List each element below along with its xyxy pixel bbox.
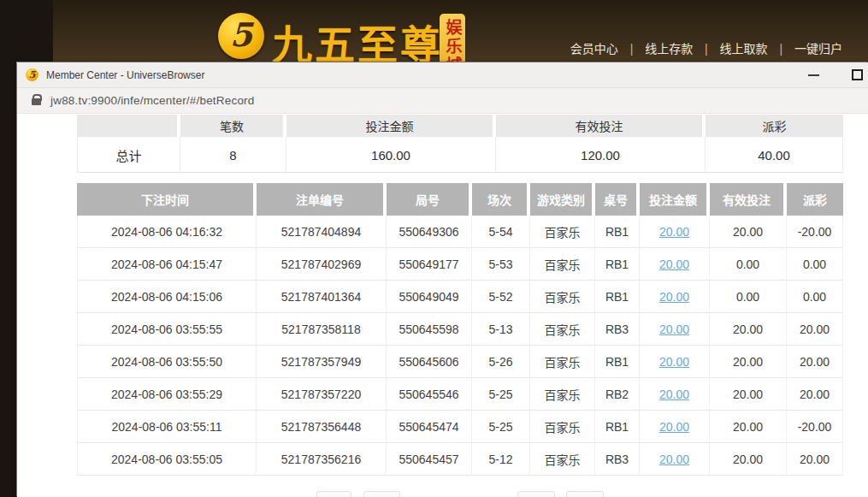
- bet-time: 2024-08-06 04:16:32: [77, 216, 257, 248]
- valid-bet: 20.00: [710, 411, 787, 443]
- valid-bet: 0.00: [710, 248, 787, 281]
- nav-online-deposit[interactable]: 线上存款: [645, 42, 693, 56]
- bet-amount-link[interactable]: 20.00: [659, 322, 689, 336]
- session: 5-26: [472, 346, 530, 378]
- nav-member-center[interactable]: 会员中心: [570, 42, 618, 56]
- round-id: 550649306: [387, 216, 472, 248]
- pagination-button[interactable]: [517, 491, 555, 497]
- payout: 20.00: [787, 313, 843, 346]
- round-id: 550645598: [387, 313, 472, 346]
- window-title: Member Center - UniverseBrowser: [46, 69, 204, 81]
- round-id: 550645457: [387, 443, 472, 476]
- bet-id: 521787358118: [257, 313, 387, 346]
- bet-table-header-row: 下注时间 注单编号 局号 场次 游戏类别 桌号 投注金额 有效投注 派彩: [77, 183, 843, 216]
- valid-bet: 20.00: [710, 378, 787, 411]
- bet-id: 521787401364: [257, 281, 387, 313]
- payout: 0.00: [787, 248, 843, 281]
- payout: 20.00: [787, 378, 843, 411]
- table-row: 2024-08-06 03:55:55 521787358118 5506455…: [77, 313, 843, 346]
- bet-amount-cell: 20.00: [640, 281, 710, 313]
- header-round-id: 局号: [387, 183, 472, 216]
- summary-header-corner: [77, 115, 180, 137]
- session: 5-25: [472, 411, 530, 443]
- game-type: 百家乐: [530, 443, 595, 476]
- nav-separator: |: [630, 42, 634, 56]
- bet-time: 2024-08-06 04:15:47: [77, 248, 257, 281]
- table-no: RB1: [595, 346, 640, 378]
- bet-amount-cell: 20.00: [640, 216, 710, 248]
- bet-id: 521787402969: [257, 248, 387, 281]
- logo-glyph: 5: [230, 19, 252, 51]
- payout: 20.00: [787, 346, 843, 378]
- bet-amount-link[interactable]: 20.00: [659, 225, 689, 239]
- game-type: 百家乐: [530, 313, 595, 346]
- bet-amount-link[interactable]: 20.00: [659, 420, 689, 434]
- table-no: RB3: [595, 313, 640, 346]
- table-row: 2024-08-06 04:16:32 521787404894 5506493…: [77, 216, 843, 248]
- valid-bet: 20.00: [710, 443, 787, 476]
- summary-header-bet-amount: 投注金额: [286, 115, 496, 137]
- summary-total-label: 总计: [77, 137, 180, 173]
- valid-bet: 20.00: [710, 216, 787, 248]
- address-bar[interactable]: jw88.tv:9900/infe/mcenter/#/betRecord: [17, 88, 868, 114]
- bet-amount-cell: 20.00: [640, 411, 710, 443]
- round-id: 550645546: [387, 378, 472, 411]
- game-type: 百家乐: [530, 216, 595, 248]
- game-type: 百家乐: [530, 281, 595, 313]
- bet-time: 2024-08-06 03:55:50: [77, 346, 257, 378]
- session: 5-53: [472, 248, 530, 281]
- game-type: 百家乐: [530, 346, 595, 378]
- header-bet-time: 下注时间: [77, 183, 257, 216]
- summary-header-count: 笔数: [180, 115, 286, 137]
- nav-separator: |: [705, 42, 708, 56]
- bet-amount-link[interactable]: 20.00: [659, 388, 689, 401]
- summary-total-valid-bet: 120.00: [496, 137, 706, 173]
- header-table-no: 桌号: [595, 183, 640, 216]
- maximize-button[interactable]: [852, 69, 863, 80]
- bet-amount-link[interactable]: 20.00: [659, 453, 689, 466]
- bet-time: 2024-08-06 03:55:55: [77, 313, 257, 346]
- game-type: 百家乐: [530, 248, 595, 281]
- bet-time: 2024-08-06 03:55:29: [77, 378, 257, 411]
- summary-table: 笔数 投注金额 有效投注 派彩 总计 8 160.00 120.00 40.00: [77, 115, 843, 173]
- bet-id: 521787356216: [257, 443, 387, 476]
- url-text: jw88.tv:9900/infe/mcenter/#/betRecord: [50, 94, 255, 107]
- nav-online-withdraw[interactable]: 线上取款: [720, 42, 768, 56]
- bet-id: 521787357949: [257, 346, 387, 378]
- game-type: 百家乐: [530, 411, 595, 443]
- table-row: 2024-08-06 03:55:50 521787357949 5506456…: [77, 346, 843, 378]
- bet-amount-cell: 20.00: [640, 346, 710, 378]
- minimize-button[interactable]: [808, 74, 819, 76]
- summary-total-count: 8: [180, 137, 286, 173]
- nav-one-key-transfer[interactable]: 一键归户: [794, 42, 842, 56]
- favicon-icon: 5: [26, 68, 38, 81]
- session: 5-12: [472, 443, 530, 476]
- bet-time: 2024-08-06 03:55:11: [77, 411, 257, 443]
- page-content: 笔数 投注金额 有效投注 派彩 总计 8 160.00 120.00 40.00: [17, 114, 868, 495]
- table-row: 2024-08-06 04:15:47 521787402969 5506491…: [77, 248, 843, 281]
- header-bet-amount: 投注金额: [640, 183, 710, 216]
- payout: -20.00: [787, 411, 843, 443]
- pagination-button[interactable]: [566, 491, 604, 497]
- valid-bet: 20.00: [710, 346, 787, 378]
- header-session: 场次: [472, 183, 530, 216]
- bet-amount-cell: 20.00: [640, 313, 710, 346]
- table-no: RB1: [595, 248, 640, 281]
- session: 5-25: [472, 378, 530, 411]
- pagination-button[interactable]: [363, 491, 400, 497]
- bet-id: 521787357220: [257, 378, 387, 411]
- pagination-button[interactable]: [316, 491, 351, 497]
- table-no: RB2: [595, 378, 640, 411]
- payout: -20.00: [787, 216, 843, 248]
- bet-amount-link[interactable]: 20.00: [659, 290, 689, 304]
- round-id: 550649177: [387, 248, 472, 281]
- window-titlebar[interactable]: 5 Member Center - UniverseBrowser: [17, 62, 868, 88]
- table-row: 2024-08-06 03:55:11 521787356448 5506454…: [77, 411, 843, 443]
- table-no: RB1: [595, 281, 640, 313]
- header-valid-bet: 有效投注: [710, 183, 787, 216]
- payout: 0.00: [787, 281, 843, 313]
- summary-header-row: 笔数 投注金额 有效投注 派彩: [77, 115, 843, 137]
- site-nav: 会员中心 | 线上存款 | 线上取款 | 一键归户: [570, 39, 842, 56]
- bet-amount-link[interactable]: 20.00: [659, 355, 689, 369]
- bet-amount-link[interactable]: 20.00: [659, 257, 689, 271]
